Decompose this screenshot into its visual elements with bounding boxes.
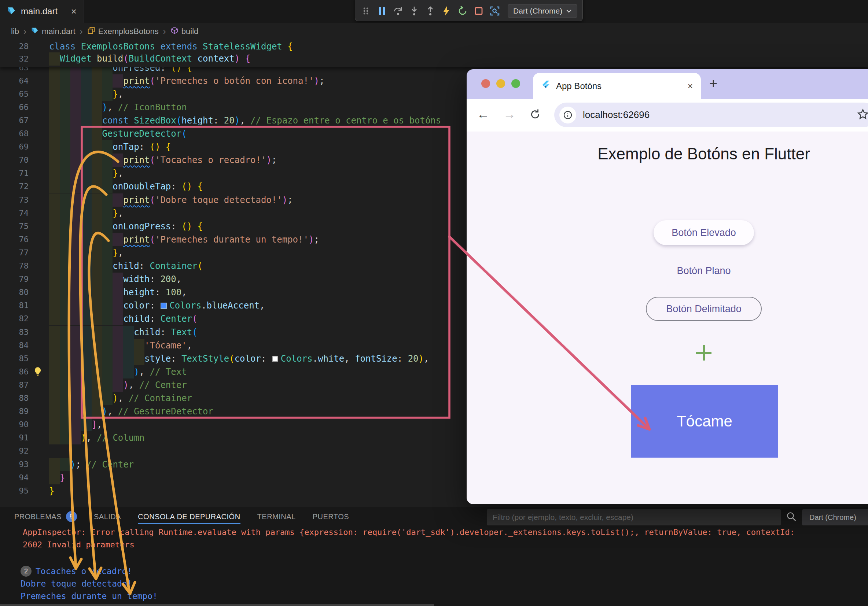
panel-tab-consola-de-depuraci-n[interactable]: CONSOLA DE DEPURACIÓN — [138, 507, 240, 526]
line-number[interactable]: 91 — [0, 431, 29, 444]
bookmark-star-icon[interactable] — [857, 108, 868, 122]
browser-navbar: ← → localhost:62696 — [467, 99, 868, 131]
line-number[interactable]: 74 — [0, 207, 29, 220]
code-line[interactable]: 32Widget build(BuildContext context) { — [0, 53, 868, 65]
elevated-button[interactable]: Botón Elevado — [654, 220, 754, 245]
chrome-window: App Botóns × + ← → localhost:62696 Exe — [467, 69, 868, 504]
class-icon — [87, 26, 95, 37]
console-output: 2Tocaches o recadro!Dobre toque detectad… — [20, 565, 158, 602]
console-filter-input[interactable] — [487, 509, 781, 526]
line-number[interactable]: 70 — [0, 153, 29, 167]
url-bar[interactable]: localhost:62696 — [554, 103, 868, 127]
screenshot-root: main.dart × Dar — [0, 0, 868, 606]
panel-tab-puertos[interactable]: PUERTOS — [313, 507, 349, 526]
line-number[interactable]: 93 — [0, 458, 29, 471]
step-over-icon[interactable] — [392, 6, 404, 17]
debug-toolbar: Dart (Chrome) — [355, 0, 583, 21]
browser-tab[interactable]: App Botóns × — [533, 73, 701, 99]
touch-me-container[interactable]: Tócame — [631, 385, 778, 458]
breadcrumb-item-build[interactable]: build — [170, 26, 198, 37]
line-number[interactable]: 84 — [0, 339, 29, 352]
code-line[interactable]: 28class ExemplosBotons extends Stateless… — [0, 40, 868, 53]
line-number[interactable]: 73 — [0, 193, 29, 207]
dart-icon — [31, 26, 39, 37]
line-number[interactable]: 72 — [0, 180, 29, 193]
pause-icon[interactable] — [377, 6, 388, 17]
forward-icon[interactable]: → — [503, 107, 516, 121]
tab-title: main.dart — [21, 6, 57, 17]
inspect-widget-icon[interactable] — [489, 6, 500, 17]
console-error-line: 2602 Invalid parameters — [23, 539, 795, 551]
flutter-app-page: Exemplo de Botóns en Flutter Botón Eleva… — [467, 131, 868, 504]
line-number[interactable]: 76 — [0, 233, 29, 246]
line-number[interactable]: 32 — [0, 53, 29, 66]
panel-tab-problemas[interactable]: PROBLEMAS9 — [14, 507, 77, 526]
site-info-icon[interactable] — [560, 107, 576, 124]
plus-icon-button[interactable] — [694, 343, 713, 364]
panel-tab-terminal[interactable]: TERMINAL — [257, 507, 296, 526]
lightbulb-icon[interactable] — [33, 366, 42, 378]
breadcrumb-item-lib[interactable]: lib — [11, 27, 19, 36]
tab-main-dart[interactable]: main.dart × — [0, 0, 84, 23]
console-error-text: AppInspector: Error calling Runtime.eval… — [23, 526, 795, 551]
back-icon[interactable]: ← — [477, 107, 489, 121]
new-tab-button[interactable]: + — [709, 76, 717, 91]
close-window-button[interactable] — [481, 79, 490, 88]
url-text: localhost:62696 — [583, 109, 649, 121]
minimize-window-button[interactable] — [496, 79, 505, 88]
line-number[interactable]: 86 — [0, 365, 29, 379]
launch-config-dropdown[interactable]: Dart (Chrome) — [508, 4, 577, 18]
tab-close-icon[interactable]: × — [71, 6, 77, 17]
line-number[interactable]: 78 — [0, 260, 29, 273]
problems-badge: 9 — [66, 511, 77, 522]
console-output-line: Premeches durante un tempo! — [20, 590, 158, 602]
line-number[interactable]: 95 — [0, 484, 29, 498]
color-swatch[interactable] — [161, 303, 167, 309]
line-number[interactable]: 75 — [0, 220, 29, 233]
line-number[interactable]: 87 — [0, 379, 29, 392]
method-icon — [170, 26, 178, 37]
zoom-window-button[interactable] — [512, 79, 520, 88]
line-number[interactable]: 65 — [0, 88, 29, 101]
restart-icon[interactable] — [457, 6, 468, 17]
line-number[interactable]: 68 — [0, 127, 29, 140]
line-number[interactable]: 67 — [0, 114, 29, 127]
line-number[interactable]: 94 — [0, 471, 29, 484]
line-number[interactable]: 64 — [0, 74, 29, 88]
line-number[interactable]: 90 — [0, 418, 29, 431]
reload-icon[interactable] — [530, 108, 541, 123]
drag-handle-icon[interactable] — [360, 6, 371, 17]
step-into-icon[interactable] — [409, 6, 420, 17]
panel-tab-salida[interactable]: SALIDA — [94, 507, 121, 526]
line-number[interactable]: 80 — [0, 286, 29, 299]
hot-reload-icon[interactable] — [441, 6, 452, 17]
bottom-panel: PROBLEMAS9SALIDACONSOLA DE DEPURACIÓNTER… — [0, 507, 868, 606]
line-number[interactable]: 89 — [0, 405, 29, 418]
breadcrumb-item-exemplosbotons[interactable]: ExemplosBotons — [87, 26, 159, 37]
line-number[interactable]: 92 — [0, 444, 29, 458]
line-number[interactable]: 83 — [0, 326, 29, 339]
step-out-icon[interactable] — [425, 6, 436, 17]
horizontal-scrollbar[interactable] — [0, 604, 434, 606]
console-env-dropdown[interactable]: Dart (Chrome) — [802, 509, 868, 526]
line-number[interactable]: 77 — [0, 246, 29, 260]
line-number[interactable]: 66 — [0, 101, 29, 114]
console-error-line: AppInspector: Error calling Runtime.eval… — [23, 526, 795, 539]
breadcrumb[interactable]: lib›main.dart›ExemplosBotons›build — [0, 23, 868, 40]
flutter-icon — [541, 80, 550, 92]
breadcrumb-item-main-dart[interactable]: main.dart — [31, 26, 76, 37]
outlined-button[interactable]: Botón Delimitado — [646, 297, 762, 321]
line-number[interactable]: 81 — [0, 299, 29, 312]
search-icon — [786, 511, 797, 524]
stop-icon[interactable] — [473, 6, 484, 17]
line-number[interactable]: 88 — [0, 392, 29, 405]
line-number[interactable]: 82 — [0, 312, 29, 325]
browser-tab-close-icon[interactable]: × — [688, 81, 693, 91]
line-number[interactable]: 79 — [0, 273, 29, 286]
line-number[interactable]: 69 — [0, 140, 29, 153]
line-number[interactable]: 28 — [0, 40, 29, 53]
line-number[interactable]: 71 — [0, 167, 29, 180]
color-swatch[interactable] — [272, 356, 278, 362]
flat-button[interactable]: Botón Plano — [467, 265, 868, 277]
line-number[interactable]: 85 — [0, 352, 29, 365]
